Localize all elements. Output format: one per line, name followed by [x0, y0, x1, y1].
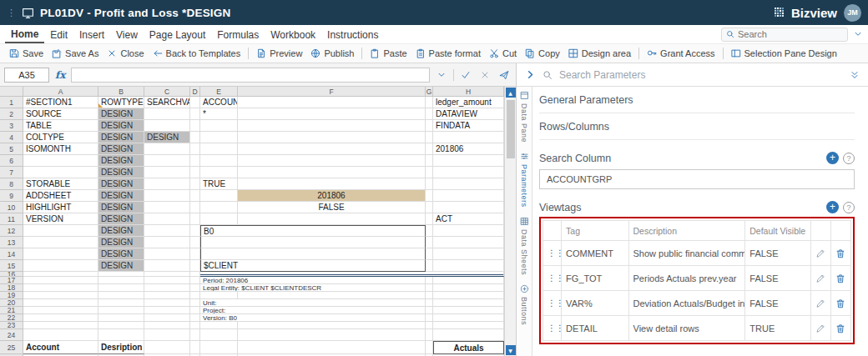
menu-item-view[interactable]: View	[110, 25, 144, 43]
cell-D3[interactable]	[190, 120, 200, 132]
cell-D1[interactable]	[190, 97, 200, 108]
section-rows-columns[interactable]: Rows/Columns	[539, 113, 855, 140]
cell-A21[interactable]	[23, 307, 98, 314]
cell-C11[interactable]	[144, 213, 190, 225]
cell-C1[interactable]: SEARCHVAL	[144, 97, 190, 108]
cell-C15[interactable]	[144, 260, 190, 272]
panel-tab-parameters[interactable]: Parameters	[520, 152, 529, 208]
cell-C25[interactable]	[144, 341, 190, 354]
cell-B12[interactable]: DESIGN	[98, 225, 144, 237]
add-search-column-button[interactable]: +	[826, 152, 839, 164]
cell-D19[interactable]	[190, 292, 200, 299]
cell-A18[interactable]	[23, 284, 98, 292]
cell-H20[interactable]	[433, 299, 504, 307]
cell-F23[interactable]	[238, 322, 426, 329]
drag-handle-icon[interactable]: ⋮⋮	[543, 266, 562, 291]
edit-viewtag-button[interactable]	[815, 291, 826, 315]
delete-viewtag-button[interactable]	[835, 241, 846, 265]
cell-H8[interactable]	[433, 178, 504, 190]
chevron-down-icon[interactable]	[853, 29, 863, 39]
cell-F3[interactable]	[238, 120, 426, 132]
cell-G15[interactable]	[426, 260, 433, 272]
cell-B5[interactable]: DESIGN	[98, 143, 144, 155]
cell-B25[interactable]: Desription	[98, 341, 144, 354]
cell-A1[interactable]: #SECTION1	[23, 97, 98, 108]
cell-C24[interactable]	[144, 329, 190, 341]
cell-B17[interactable]	[98, 277, 144, 284]
cell-A4[interactable]: COLTYPE	[23, 132, 98, 143]
section-general-parameters[interactable]: General Parameters	[539, 87, 855, 113]
cell-C18[interactable]	[144, 284, 190, 292]
cell-F6[interactable]	[238, 155, 426, 167]
cell-C23[interactable]	[144, 322, 190, 329]
cell-G11[interactable]	[426, 213, 433, 225]
menu-search[interactable]	[721, 28, 848, 42]
cell-D11[interactable]	[190, 213, 200, 225]
delete-viewtag-button[interactable]	[835, 291, 846, 315]
cell-E1[interactable]: ACCOUNT	[200, 97, 238, 108]
cell-H12[interactable]	[433, 225, 504, 237]
cell-D10[interactable]	[190, 202, 200, 213]
cell-F7[interactable]	[238, 167, 426, 178]
drag-handle-icon[interactable]: ⋮⋮	[543, 316, 562, 341]
cell-H9[interactable]	[433, 190, 504, 202]
preview-button[interactable]: Preview	[252, 47, 306, 60]
cell-A7[interactable]	[23, 167, 98, 178]
row-header-7[interactable]: 7	[0, 167, 23, 178]
cell-F11[interactable]	[238, 213, 426, 225]
cell-G20[interactable]	[426, 299, 433, 307]
cell-E19[interactable]	[200, 292, 238, 299]
avatar[interactable]: JM	[844, 4, 861, 22]
cell-B8[interactable]: DESIGN	[98, 178, 144, 190]
column-header-F[interactable]: F	[238, 87, 426, 97]
cell-H1[interactable]: ledger_amount	[433, 97, 504, 108]
row-header-8[interactable]: 8	[0, 178, 23, 190]
cell-H15[interactable]	[433, 260, 504, 272]
cell-F24[interactable]	[238, 329, 426, 341]
cell-G24[interactable]	[426, 329, 433, 341]
cell-A8[interactable]: STORABLE	[23, 178, 98, 190]
row-header-18[interactable]: 18	[0, 284, 23, 292]
row-header-15[interactable]: 15	[0, 260, 23, 272]
cell-D23[interactable]	[190, 322, 200, 329]
cell-E24[interactable]	[200, 329, 238, 341]
cell-A22[interactable]	[23, 314, 98, 322]
cell-C3[interactable]	[144, 120, 190, 132]
row-header-22[interactable]: 22	[0, 314, 23, 322]
cell-E6[interactable]	[200, 155, 238, 167]
column-header-G[interactable]: G	[426, 87, 433, 97]
row-header-25[interactable]: 25	[0, 341, 23, 354]
cell-G3[interactable]	[426, 120, 433, 132]
close-button[interactable]: Close	[103, 47, 148, 60]
cell-G1[interactable]	[426, 97, 433, 108]
cell-A2[interactable]: SOURCE	[23, 108, 98, 120]
cell-B21[interactable]	[98, 307, 144, 314]
row-header-12[interactable]: 12	[0, 225, 23, 237]
panel-tab-buttons[interactable]: Buttons	[520, 284, 529, 325]
design-area-button[interactable]: Design area	[564, 47, 635, 60]
menu-item-workbook[interactable]: Workbook	[265, 25, 321, 43]
menu-item-edit[interactable]: Edit	[44, 25, 73, 43]
cell-A25[interactable]: Account	[23, 341, 98, 354]
column-header-C[interactable]: C	[144, 87, 190, 97]
column-header-D[interactable]: D	[190, 87, 200, 97]
cell-B23[interactable]	[98, 322, 144, 329]
cell-A14[interactable]	[23, 248, 98, 260]
cell-D17[interactable]	[190, 277, 200, 284]
cancel-button[interactable]	[477, 68, 492, 83]
cell-E9[interactable]	[200, 190, 238, 202]
cell-E15[interactable]: $CLIENT	[200, 260, 426, 272]
scroll-thumb[interactable]	[507, 100, 515, 158]
cell-D21[interactable]	[190, 307, 200, 314]
cell-C13[interactable]	[144, 237, 190, 248]
cell-G17[interactable]	[426, 277, 433, 284]
cell-C10[interactable]	[144, 202, 190, 213]
cell-D12[interactable]	[190, 225, 200, 237]
cell-E3[interactable]	[200, 120, 238, 132]
cell-A12[interactable]	[23, 225, 98, 237]
cell-D13[interactable]	[190, 237, 200, 248]
cell-A10[interactable]: HIGHLIGHT	[23, 202, 98, 213]
cell-C12[interactable]	[144, 225, 190, 237]
row-header-14[interactable]: 14	[0, 248, 23, 260]
cell-F25[interactable]	[238, 341, 426, 354]
